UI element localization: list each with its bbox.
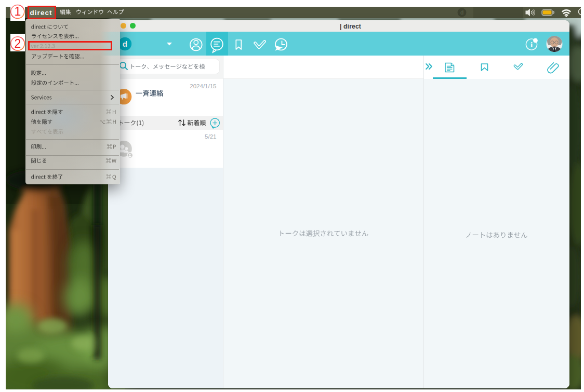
- svg-text:d: d: [123, 39, 127, 48]
- svg-text:d: d: [460, 9, 464, 16]
- svg-text:2: 2: [15, 37, 21, 50]
- svg-text:1: 1: [14, 5, 21, 18]
- svg-text:i: i: [530, 40, 533, 49]
